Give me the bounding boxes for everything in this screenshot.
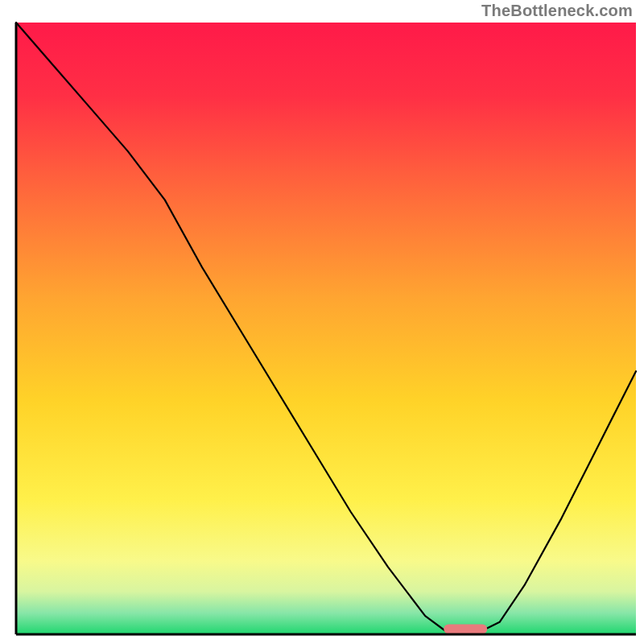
bottleneck-chart: [0, 0, 644, 644]
attribution-text: TheBottleneck.com: [481, 2, 633, 20]
plot-background: [16, 23, 636, 634]
optimal-marker: [444, 625, 487, 634]
